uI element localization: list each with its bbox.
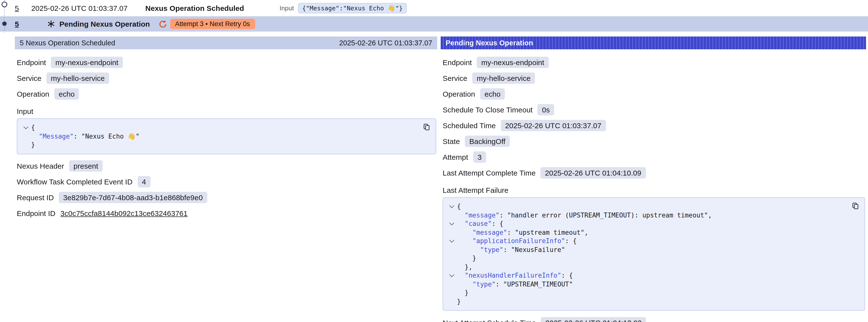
failure-section-label: Last Attempt Failure (443, 185, 865, 195)
pending-title: Pending Nexus Operation (59, 20, 150, 28)
code-line: { (446, 202, 844, 211)
code-line: "type": "NexusFailure" (446, 245, 844, 254)
event-panel-header[interactable]: 5 Nexus Operation Scheduled 2025-02-26 U… (15, 36, 437, 49)
field-label: Attempt (443, 153, 468, 161)
failure-codeblock[interactable]: { "message": "handler error (UPSTREAM_TI… (443, 197, 865, 311)
field-endpoint: Endpoint my-nexus-endpoint (17, 55, 436, 69)
code-line: "message": "handler error (UPSTREAM_TIME… (446, 211, 844, 219)
field-value-chip: 3 (473, 151, 486, 162)
field-label: Request ID (17, 193, 54, 202)
field-last-attempt-complete-time: Last Attempt Complete Time 2025-02-26 UT… (443, 166, 865, 180)
field-workflow-task-completed-event-id: Workflow Task Completed Event ID 4 (17, 175, 436, 189)
field-label: Next Attempt Schedule Time (443, 318, 536, 322)
retry-attempt-badge: Attempt 3 • Next Retry 0s (170, 19, 255, 29)
field-label: Endpoint (443, 58, 472, 66)
field-service: Service my-hello-service (17, 71, 436, 85)
pending-asterisk-icon (48, 20, 55, 28)
pending-panel-title: Pending Nexus Operation (445, 39, 533, 47)
code-gutter (446, 297, 457, 306)
field-schedule-to-close-timeout: Schedule To Close Timeout 0s (443, 103, 865, 117)
field-value-chip: my-hello-service (46, 72, 109, 84)
copy-button[interactable] (851, 202, 860, 210)
field-operation: Operation echo (443, 87, 865, 101)
field-value-chip: 2025-02-26 UTC 01:04:10.09 (540, 167, 646, 178)
input-json: { "Message": "Nexus Echo 👋"} (20, 123, 415, 149)
field-label: Endpoint ID (17, 209, 56, 218)
field-label: Schedule To Close Timeout (443, 105, 533, 114)
code-line: { (20, 123, 415, 132)
code-gutter (446, 228, 457, 237)
code-gutter (446, 211, 457, 219)
field-label: Last Attempt Complete Time (443, 168, 536, 177)
field-operation: Operation echo (17, 87, 436, 101)
collapse-chevron-icon[interactable] (449, 238, 454, 243)
code-line: "nexusHandlerFailureInfo": { (446, 271, 844, 280)
code-line: }, (446, 263, 844, 271)
event-detail-panel: 5 Nexus Operation Scheduled 2025-02-26 U… (15, 36, 437, 322)
code-gutter (446, 202, 457, 211)
input-section-label: Input (17, 105, 436, 117)
code-gutter (20, 123, 31, 132)
collapse-chevron-icon[interactable] (449, 272, 454, 278)
field-value-chip: 3e829b7e-7d67-4b08-aad3-b1e868bfe9e0 (59, 192, 207, 203)
field-value-chip: my-hello-service (472, 72, 535, 84)
field-label: Scheduled Time (443, 121, 496, 129)
pending-event-id-link[interactable]: 5 (15, 20, 19, 28)
code-line: } (446, 297, 844, 306)
pending-panel-header[interactable]: Pending Nexus Operation (441, 36, 866, 49)
endpoint-id-link[interactable]: 3c0c75ccfa8144b092c13ce632463761 (60, 209, 187, 218)
code-gutter (446, 219, 457, 228)
input-label: Input (280, 4, 294, 12)
field-value-chip: 2025-02-26 UTC 01:04:13.93 (541, 317, 646, 322)
field-endpoint: Endpoint my-nexus-endpoint (443, 55, 865, 69)
detail-panels: 5 Nexus Operation Scheduled 2025-02-26 U… (0, 32, 868, 322)
code-line: "cause": { (446, 219, 844, 228)
input-codeblock[interactable]: { "Message": "Nexus Echo 👋"} (17, 118, 436, 154)
code-gutter (446, 263, 457, 271)
collapse-chevron-icon[interactable] (449, 221, 454, 226)
field-label: Service (443, 74, 467, 82)
copy-icon (423, 123, 431, 131)
event-timestamp: 2025-02-26 UTC 01:03:37.07 (31, 4, 128, 12)
field-service: Service my-hello-service (443, 71, 865, 85)
field-endpoint-id: Endpoint ID 3c0c75ccfa8144b092c13ce63246… (17, 206, 436, 220)
field-state: State BackingOff (443, 134, 865, 148)
field-value-chip: my-nexus-endpoint (51, 57, 123, 68)
field-value-chip: 4 (137, 176, 151, 187)
field-value-chip: 2025-02-26 UTC 01:03:37.07 (501, 120, 606, 131)
history-row-pending[interactable]: 5 Pending Nexus Operation Attempt 3 • Ne… (0, 16, 868, 32)
field-value-chip: BackingOff (465, 135, 510, 147)
code-gutter (446, 237, 457, 245)
code-line: } (446, 254, 844, 263)
history-row-event[interactable]: 5 2025-02-26 UTC 01:03:37.07 Nexus Opera… (0, 0, 868, 16)
field-request-id: Request ID 3e829b7e-7d67-4b08-aad3-b1e86… (17, 191, 436, 204)
code-gutter (20, 132, 31, 140)
copy-button[interactable] (423, 123, 431, 131)
field-label: Workflow Task Completed Event ID (17, 178, 132, 186)
code-line: "applicationFailureInfo": { (446, 237, 844, 245)
field-next-attempt-schedule-time: Next Attempt Schedule Time 2025-02-26 UT… (443, 316, 865, 322)
code-line: "message": "upstream timeout", (446, 228, 844, 237)
input-preview-chip: {"Message":"Nexus Echo 👋"} (298, 3, 407, 13)
field-attempt: Attempt 3 (443, 150, 865, 164)
code-line: } (446, 288, 844, 297)
code-line: "type": "UPSTREAM_TIMEOUT" (446, 280, 844, 288)
code-gutter (446, 288, 457, 297)
code-gutter (446, 245, 457, 254)
event-panel-timestamp: 2025-02-26 UTC 01:03:37.07 (339, 39, 432, 47)
field-nexus-header: Nexus Header present (17, 159, 436, 173)
event-panel-title: 5 Nexus Operation Scheduled (20, 39, 115, 47)
pending-detail-panel: Pending Nexus Operation Endpoint my-nexu… (441, 36, 866, 322)
code-gutter (20, 140, 31, 149)
field-value-chip: echo (480, 88, 505, 99)
event-id-link[interactable]: 5 (15, 4, 19, 12)
collapse-chevron-icon[interactable] (449, 203, 454, 208)
retry-icon (159, 20, 166, 28)
field-value-chip: 0s (538, 104, 554, 115)
field-value-chip: echo (54, 88, 79, 99)
code-gutter (446, 280, 457, 288)
field-label: Endpoint (17, 58, 46, 66)
code-gutter (446, 254, 457, 263)
collapse-chevron-icon[interactable] (23, 125, 28, 129)
field-label: State (443, 137, 460, 145)
